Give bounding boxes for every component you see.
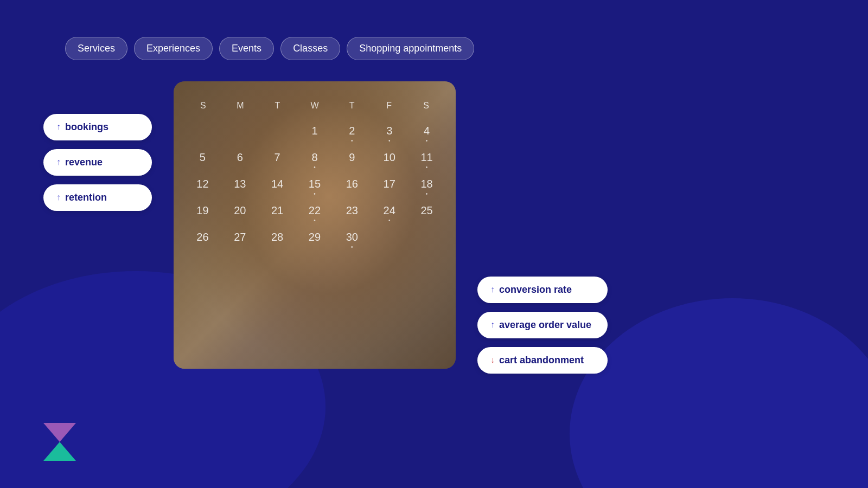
cal-day-name: S bbox=[407, 98, 445, 114]
cal-cell[interactable]: 4 bbox=[409, 119, 445, 145]
cal-day-name: W bbox=[296, 98, 334, 114]
cal-cell[interactable]: 21 bbox=[259, 199, 296, 224]
cal-day-name: S bbox=[184, 98, 222, 114]
cal-cell[interactable]: 6 bbox=[222, 146, 258, 171]
cal-cell[interactable]: 11 bbox=[409, 146, 445, 171]
badge-aov[interactable]: ↑average order value bbox=[477, 312, 608, 338]
cal-cell[interactable]: 12 bbox=[184, 172, 221, 198]
badge-cart[interactable]: ↓cart abandonment bbox=[477, 347, 608, 374]
pill-shopping[interactable]: Shopping appointments bbox=[347, 37, 474, 60]
arrow-icon: ↓ bbox=[490, 355, 495, 365]
badge-bookings[interactable]: ↑bookings bbox=[43, 114, 152, 140]
cal-cell[interactable]: 24 bbox=[371, 199, 407, 224]
cal-cell[interactable]: 2 bbox=[334, 119, 370, 145]
badge-conversion[interactable]: ↑conversion rate bbox=[477, 277, 608, 303]
calendar-widget: SMTWTFS 12345678910111213141516171819202… bbox=[174, 81, 456, 369]
pill-classes[interactable]: Classes bbox=[280, 37, 340, 60]
cal-day-name: T bbox=[333, 98, 371, 114]
cal-cell[interactable]: 15 bbox=[297, 172, 333, 198]
cal-cell[interactable]: 28 bbox=[259, 226, 296, 251]
cal-cell[interactable]: 7 bbox=[259, 146, 296, 171]
cal-day-name: T bbox=[259, 98, 296, 114]
badge-revenue[interactable]: ↑revenue bbox=[43, 149, 152, 176]
cal-cell[interactable]: 26 bbox=[184, 226, 221, 251]
cal-cell[interactable]: 1 bbox=[297, 119, 333, 145]
cal-cell[interactable]: 9 bbox=[334, 146, 370, 171]
cal-cell[interactable]: 3 bbox=[371, 119, 407, 145]
arrow-icon: ↑ bbox=[56, 122, 61, 132]
arrow-icon: ↑ bbox=[56, 157, 61, 167]
cal-cell[interactable]: 25 bbox=[409, 199, 445, 224]
cal-cell[interactable]: 18 bbox=[409, 172, 445, 198]
badge-retention[interactable]: ↑retention bbox=[43, 184, 152, 211]
cal-day-name: M bbox=[222, 98, 259, 114]
cal-cell[interactable]: 17 bbox=[371, 172, 407, 198]
cal-cell[interactable]: 16 bbox=[334, 172, 370, 198]
cal-cell[interactable]: 5 bbox=[184, 146, 221, 171]
cal-cell[interactable]: 13 bbox=[222, 172, 258, 198]
pill-experiences[interactable]: Experiences bbox=[134, 37, 213, 60]
cal-cell[interactable]: 20 bbox=[222, 199, 258, 224]
arrow-icon: ↑ bbox=[490, 285, 495, 294]
arrow-icon: ↑ bbox=[56, 192, 61, 202]
app-logo bbox=[43, 423, 76, 461]
cal-cell[interactable]: 22 bbox=[297, 199, 333, 224]
pill-services[interactable]: Services bbox=[65, 37, 127, 60]
cal-cell[interactable]: 19 bbox=[184, 199, 221, 224]
cal-cell[interactable]: 8 bbox=[297, 146, 333, 171]
right-metric-badges: ↑conversion rate↑average order value↓car… bbox=[477, 81, 608, 374]
cal-cell[interactable]: 29 bbox=[297, 226, 333, 251]
arrow-icon: ↑ bbox=[490, 320, 495, 330]
left-metric-badges: ↑bookings↑revenue↑retention bbox=[43, 81, 152, 211]
cal-day-name: F bbox=[371, 98, 408, 114]
cal-cell[interactable]: 23 bbox=[334, 199, 370, 224]
cal-cell[interactable]: 10 bbox=[371, 146, 407, 171]
cal-cell[interactable]: 27 bbox=[222, 226, 258, 251]
cal-cell[interactable]: 30 bbox=[334, 226, 370, 251]
category-pills: ServicesExperiencesEventsClassesShopping… bbox=[65, 37, 474, 60]
pill-events[interactable]: Events bbox=[219, 37, 274, 60]
cal-cell[interactable]: 14 bbox=[259, 172, 296, 198]
